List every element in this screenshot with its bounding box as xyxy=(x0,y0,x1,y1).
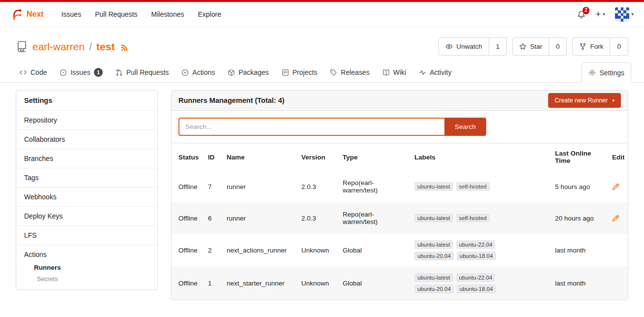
star-button[interactable]: Star xyxy=(512,37,549,56)
runners-panel: Runners Management (Total: 4) Create new… xyxy=(171,90,628,300)
watchers-count[interactable]: 1 xyxy=(489,37,507,56)
fork-button[interactable]: Fork xyxy=(572,37,610,56)
issue-icon xyxy=(59,69,67,76)
runner-label-badge: ubuntu-18.04 xyxy=(457,252,496,260)
tab-releases[interactable]: Releases xyxy=(323,63,376,82)
runner-last-online: 20 hours ago xyxy=(550,202,607,234)
runner-label-badge: ubuntu-22.04 xyxy=(456,273,496,282)
runner-name: next_starter_runner xyxy=(222,267,296,300)
tab-wiki[interactable]: Wiki xyxy=(376,63,412,82)
runner-id: 1 xyxy=(203,267,222,300)
notifications-button[interactable]: 2 xyxy=(577,10,585,19)
tab-actions[interactable]: Actions xyxy=(175,63,221,82)
tab-label: Wiki xyxy=(393,68,406,76)
nav-item-pull-requests[interactable]: Pull Requests xyxy=(88,10,144,18)
top-navbar: Next Issues Pull Requests Milestones Exp… xyxy=(0,2,644,27)
runner-version: Unknown xyxy=(296,234,338,267)
settings-content: Settings Repository Collaborators Branch… xyxy=(0,83,644,300)
create-new-runner-button[interactable]: Create new Runner ▾ xyxy=(548,93,621,108)
repo-header: earl-warren / test Unwatch 1 xyxy=(0,27,644,61)
tab-issues[interactable]: Issues 1 xyxy=(53,63,109,82)
tab-label: Projects xyxy=(293,68,318,76)
tab-label: Packages xyxy=(238,68,268,76)
runners-table: Status ID Name Version Type Labels Last … xyxy=(171,143,628,300)
runner-label-badge: ubuntu-20.04 xyxy=(414,285,454,293)
table-row: Offline 6 runner 2.0.3 Repo(earl-warren/… xyxy=(172,202,628,234)
star-icon xyxy=(519,43,527,50)
runner-label-badge: ubuntu-latest xyxy=(414,273,453,282)
col-labels: Labels xyxy=(410,143,550,171)
repo-icon xyxy=(16,40,28,53)
sidebar-item-collaborators[interactable]: Collaborators xyxy=(16,130,157,149)
runner-status: Offline xyxy=(172,234,203,267)
code-icon xyxy=(19,68,27,76)
unwatch-button[interactable]: Unwatch xyxy=(439,37,489,56)
tab-code[interactable]: Code xyxy=(13,63,53,82)
runner-labels: ubuntu-latest ubuntu-22.04 ubuntu-20.04 … xyxy=(410,267,550,300)
fork-button-group: Fork 0 xyxy=(572,37,628,56)
plus-icon: + xyxy=(595,10,601,19)
repo-action-buttons: Unwatch 1 Star 0 xyxy=(439,37,628,56)
sidebar-item-branches[interactable]: Branches xyxy=(16,149,157,168)
runner-status: Offline xyxy=(172,267,203,300)
sidebar-item-webhooks[interactable]: Webhooks xyxy=(16,188,157,207)
repo-name-link[interactable]: test xyxy=(96,41,115,53)
pencil-icon xyxy=(612,183,619,190)
runner-label-badge: ubuntu-latest xyxy=(414,182,453,191)
runner-label-badge: self-hosted xyxy=(456,214,490,222)
star-label: Star xyxy=(530,43,542,50)
runner-last-online: 5 hours ago xyxy=(550,171,607,202)
runner-type: Global xyxy=(338,267,410,300)
repo-separator: / xyxy=(89,41,92,53)
runner-version: 2.0.3 xyxy=(296,171,338,202)
table-row: Offline 1 next_starter_runner Unknown Gl… xyxy=(172,267,628,300)
tag-icon xyxy=(330,69,337,76)
sidebar-item-deploy-keys[interactable]: Deploy Keys xyxy=(16,207,157,226)
pull-request-icon xyxy=(116,69,123,76)
edit-runner-button[interactable] xyxy=(612,183,623,190)
runner-id: 2 xyxy=(203,234,222,267)
star-button-group: Star 0 xyxy=(512,37,567,56)
play-circle-icon xyxy=(181,69,189,76)
nav-item-explore[interactable]: Explore xyxy=(191,10,228,18)
edit-runner-button[interactable] xyxy=(612,215,623,222)
search-button[interactable]: Search xyxy=(444,118,486,136)
sidebar-item-lfs[interactable]: LFS xyxy=(16,226,157,245)
runner-label-badge: ubuntu-20.04 xyxy=(414,252,454,260)
unwatch-label: Unwatch xyxy=(456,43,482,50)
sidebar-subitem-runners[interactable]: Runners xyxy=(24,258,149,271)
chevron-down-icon: ▾ xyxy=(612,98,615,103)
repo-tabs: Code Issues 1 Pull Requests Actions xyxy=(0,63,644,83)
nav-item-milestones[interactable]: Milestones xyxy=(145,10,191,18)
col-name: Name xyxy=(222,143,296,171)
forgejo-flame-icon xyxy=(10,8,23,21)
stars-count[interactable]: 0 xyxy=(549,37,567,56)
runner-last-online: last month xyxy=(550,234,607,267)
settings-sidebar: Settings Repository Collaborators Branch… xyxy=(16,90,158,290)
sidebar-item-repository[interactable]: Repository xyxy=(16,111,157,130)
tab-settings[interactable]: Settings xyxy=(582,63,631,83)
sidebar-item-tags[interactable]: Tags xyxy=(16,168,157,188)
sidebar-item-actions[interactable]: Actions xyxy=(24,251,47,258)
rss-feed-icon[interactable] xyxy=(120,44,128,52)
user-menu-button[interactable]: ▾ xyxy=(615,7,634,22)
book-icon xyxy=(382,69,390,76)
search-input[interactable] xyxy=(178,118,444,136)
sidebar-subitem-secrets[interactable]: Secrets xyxy=(24,271,149,283)
nav-item-issues[interactable]: Issues xyxy=(55,10,88,18)
table-row: Offline 7 runner 2.0.3 Repo(earl-warren/… xyxy=(172,171,628,202)
tab-label: Pull Requests xyxy=(126,68,169,76)
forgejo-logo[interactable]: Next xyxy=(10,8,44,21)
project-board-icon xyxy=(282,69,289,76)
tab-activity[interactable]: Activity xyxy=(412,63,458,82)
chevron-down-icon: ▾ xyxy=(603,12,605,17)
tab-label: Code xyxy=(30,68,47,76)
forks-count[interactable]: 0 xyxy=(610,37,628,56)
runner-label-badge: ubuntu-latest xyxy=(414,214,453,222)
tab-label: Releases xyxy=(341,68,369,76)
create-menu-button[interactable]: + ▾ xyxy=(595,10,605,19)
tab-pull-requests[interactable]: Pull Requests xyxy=(109,63,175,82)
repo-owner-link[interactable]: earl-warren xyxy=(32,41,85,53)
tab-packages[interactable]: Packages xyxy=(221,63,275,82)
tab-projects[interactable]: Projects xyxy=(275,63,324,82)
